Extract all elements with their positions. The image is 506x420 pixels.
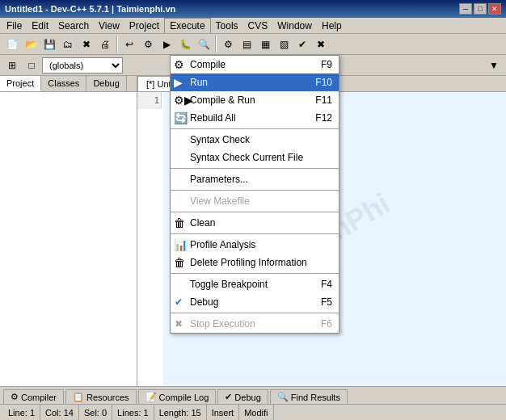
debug-btn[interactable]: 🐛 <box>176 36 194 53</box>
run-btn[interactable]: ▶ <box>158 36 175 53</box>
menu-run[interactable]: ▶ Run F10 <box>171 74 339 91</box>
layout-3-btn[interactable]: ▧ <box>275 36 293 53</box>
window-title: Untitled1 - Dev-C++ 5.7.1 | Taimienphi.v… <box>5 4 175 14</box>
layout-1-btn[interactable]: ▤ <box>238 36 255 53</box>
menu-bar: File Edit Search View Project Execute To… <box>0 18 506 34</box>
line-label: Line: <box>8 408 27 418</box>
bottom-tab-find-results[interactable]: 🔍 Find Results <box>270 389 348 404</box>
menu-clean[interactable]: 🗑 Clean <box>171 214 339 232</box>
menu-rebuild-all[interactable]: 🔄 Rebuild All F12 <box>171 109 339 127</box>
menu-profile-analysis[interactable]: 📊 Profile Analysis <box>171 236 339 254</box>
compile-shortcut: F9 <box>321 59 332 70</box>
menu-file[interactable]: File <box>2 18 27 33</box>
toolbar-main: 📄 📂 💾 🗂 ✖ 🖨 ↩ ⚙ ▶ 🐛 🔍 ⚙ ▤ ▦ ▧ ✔ ✖ <box>0 34 506 55</box>
execute-dropdown-menu: ⚙ Compile F9 ▶ Run F10 ⚙▶ Compile & Run … <box>170 55 339 334</box>
tab-classes[interactable]: Classes <box>41 76 86 91</box>
clean-label: Clean <box>190 217 215 229</box>
rebuild-label: Rebuild All <box>190 112 236 124</box>
module-btn[interactable]: □ <box>23 57 40 74</box>
close-file-button[interactable]: ✖ <box>78 36 95 53</box>
menu-stop-execution: ✖ Stop Execution F6 <box>171 315 339 333</box>
minimize-button[interactable]: ─ <box>459 3 472 15</box>
stop-execution-label: Stop Execution <box>190 318 255 330</box>
menu-toggle-breakpoint[interactable]: Toggle Breakpoint F4 <box>171 275 339 293</box>
menu-debug[interactable]: ✔ Debug F5 <box>171 293 339 311</box>
length-value: 15 <box>191 408 200 418</box>
log-icon: 📝 <box>145 392 157 402</box>
compile-btn[interactable]: ⚙ <box>139 36 157 53</box>
tab-project[interactable]: Project <box>0 76 41 91</box>
compile-label: Compile <box>190 59 226 70</box>
menu-search[interactable]: Search <box>53 18 94 33</box>
tab-debug[interactable]: Debug <box>86 76 126 91</box>
bottom-tab-resources[interactable]: 📋 Resources <box>65 389 137 404</box>
bottom-tab-compiler[interactable]: ⚙ Compiler <box>3 389 64 404</box>
lines-label: Lines: <box>117 408 141 418</box>
menu-view[interactable]: View <box>94 18 124 33</box>
line-numbers: 1 <box>137 92 162 109</box>
bottom-tab-debug[interactable]: ✔ Debug <box>217 389 268 404</box>
clean-icon: 🗑 <box>174 216 185 229</box>
separator-7 <box>171 313 339 313</box>
bottom-tabs: ⚙ Compiler 📋 Resources 📝 Compile Log ✔ D… <box>0 386 506 404</box>
status-sel: Sel: 0 <box>79 405 112 420</box>
debug-shortcut: F5 <box>321 296 332 308</box>
status-bar: Line: 1 Col: 14 Sel: 0 Lines: 1 Length: … <box>0 404 506 420</box>
abort-btn[interactable]: ✖ <box>312 36 330 53</box>
bottom-tab-compile-log[interactable]: 📝 Compile Log <box>138 389 217 404</box>
separator-4 <box>171 212 339 212</box>
menu-project[interactable]: Project <box>124 18 164 33</box>
compile-icon: ⚙ <box>174 58 184 71</box>
profile-analysis-label: Profile Analysis <box>190 239 255 250</box>
toggle-breakpoint-label: Toggle Breakpoint <box>190 279 268 290</box>
menu-tools[interactable]: Tools <box>211 18 243 33</box>
menu-syntax-check[interactable]: Syntax Check <box>171 131 339 149</box>
resources-icon: 📋 <box>73 392 84 402</box>
options-btn[interactable]: ⚙ <box>219 36 237 53</box>
syntax-check-current-label: Syntax Check Current File <box>190 152 303 163</box>
menu-window[interactable]: Window <box>272 18 317 33</box>
layout-2-btn[interactable]: ▦ <box>256 36 274 53</box>
menu-parameters[interactable]: Parameters... <box>171 170 339 188</box>
check-btn[interactable]: ✔ <box>293 36 311 53</box>
new-button[interactable]: 📄 <box>3 36 21 53</box>
menu-help[interactable]: Help <box>317 18 347 33</box>
maximize-button[interactable]: □ <box>474 3 487 15</box>
debug-checkmark: ✔ <box>175 296 183 308</box>
menu-delete-profiling[interactable]: 🗑 Delete Profiling Information <box>171 254 339 271</box>
compile-run-icon: ⚙▶ <box>174 94 193 107</box>
run-icon: ▶ <box>174 76 183 89</box>
rebuild-icon: 🔄 <box>174 111 188 124</box>
compiler-icon: ⚙ <box>11 392 19 402</box>
find-btn[interactable]: 🔍 <box>195 36 213 53</box>
separator-2 <box>171 168 339 169</box>
menu-compile-run[interactable]: ⚙▶ Compile & Run F11 <box>171 91 339 109</box>
separator-5 <box>171 233 339 234</box>
toggle-breakpoint-shortcut: F4 <box>321 279 332 290</box>
save-button[interactable]: 💾 <box>40 36 58 53</box>
open-button[interactable]: 📂 <box>22 36 40 53</box>
menu-cvs[interactable]: CVS <box>243 18 273 33</box>
status-length: Length: 15 <box>154 405 207 420</box>
lines-value: 1 <box>144 408 149 418</box>
class-btn[interactable]: ⊞ <box>3 57 21 74</box>
menu-execute[interactable]: Execute <box>164 18 210 33</box>
syntax-check-label: Syntax Check <box>190 134 250 145</box>
globals-select[interactable]: (globals) <box>42 57 123 74</box>
save-all-button[interactable]: 🗂 <box>59 36 77 53</box>
print-button[interactable]: 🖨 <box>96 36 114 53</box>
compile-run-label: Compile & Run <box>190 94 255 106</box>
col-label: Col: <box>45 408 61 418</box>
delete-profile-icon: 🗑 <box>174 256 185 269</box>
menu-syntax-check-current[interactable]: Syntax Check Current File <box>171 149 339 166</box>
menu-compile[interactable]: ⚙ Compile F9 <box>171 56 339 74</box>
undo-button[interactable]: ↩ <box>120 36 138 53</box>
dropdown-arrow[interactable]: ▼ <box>485 57 503 74</box>
close-button[interactable]: ✕ <box>488 3 501 15</box>
status-lines: Lines: 1 <box>112 405 154 420</box>
delete-profiling-label: Delete Profiling Information <box>190 257 307 268</box>
menu-edit[interactable]: Edit <box>27 18 53 33</box>
left-panel: Project Classes Debug <box>0 76 137 386</box>
sel-label: Sel: <box>84 408 99 418</box>
compile-run-shortcut: F11 <box>315 94 332 106</box>
